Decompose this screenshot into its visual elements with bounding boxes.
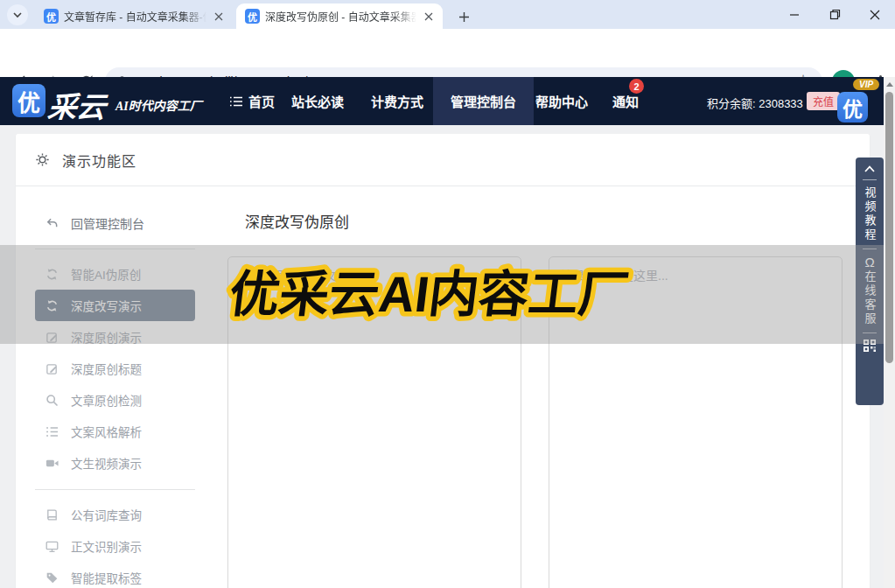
watermark-text: 优采云AI内容工厂: [227, 266, 633, 322]
video-camera-icon: [45, 457, 59, 470]
book-icon: [45, 508, 59, 522]
notification-count-badge: 2: [629, 79, 644, 94]
window-minimize-button[interactable]: [774, 0, 815, 29]
monitor-icon: [45, 540, 59, 553]
video-tutorial-button[interactable]: 视频教程: [862, 186, 878, 242]
nav-item-must-read[interactable]: 站长必读: [291, 77, 344, 125]
search-icon: [45, 394, 59, 407]
vip-badge: VIP: [853, 79, 879, 90]
tab-title: 文章暂存库 - 自动文章采集器-优采云: [64, 9, 206, 24]
page-scrollbar[interactable]: [884, 77, 895, 588]
nav-item-label: 通知: [612, 92, 639, 110]
sidebar-item-text-to-video[interactable]: 文生视频演示: [16, 447, 213, 479]
scroll-top-button[interactable]: [864, 164, 876, 173]
recharge-button[interactable]: 充值: [807, 92, 840, 110]
nav-item-label: 帮助中心: [535, 92, 588, 110]
nav-item-label: 管理控制台: [451, 92, 516, 110]
nav-item-help[interactable]: 帮助中心: [535, 77, 588, 125]
divider: [863, 179, 877, 180]
section-title: 演示功能区: [62, 150, 136, 171]
logo-badge[interactable]: 优: [12, 84, 45, 117]
browser-titlebar: 优 文章暂存库 - 自动文章采集器-优采云 优 深度改写伪原创 - 自动文章采集…: [0, 0, 895, 29]
reply-arrow-icon: [45, 217, 59, 230]
minimize-icon: [789, 10, 800, 20]
restore-icon: [829, 9, 841, 20]
gear-icon: [35, 152, 50, 167]
sidebar-item-label: 文章原创检测: [71, 391, 142, 409]
logo-text: 采云: [45, 84, 108, 126]
window-restore-button[interactable]: [815, 0, 855, 29]
user-avatar[interactable]: 优: [837, 92, 868, 122]
site-navbar: 优 采云 AI时代内容工厂 首页 站长必读 计费方式 管理控制台 帮助中心 通知…: [0, 77, 895, 125]
browser-toolbar: ☆ 井: [0, 29, 895, 77]
nav-item-pricing[interactable]: 计费方式: [371, 77, 423, 125]
plus-icon: [458, 11, 470, 23]
close-icon: [870, 10, 880, 20]
tab-article-store[interactable]: 优 文章暂存库 - 自动文章采集器-优采云: [35, 4, 233, 29]
sidebar-item-label: 文生视频演示: [71, 454, 142, 472]
tag-icon: [45, 571, 59, 584]
panel-header: 演示功能区: [16, 134, 870, 186]
sidebar-item-label: 深度原创标题: [71, 360, 142, 377]
sidebar-item-label: 回管理控制台: [71, 214, 144, 232]
nav-item-label: 站长必读: [291, 92, 344, 110]
chevron-down-icon: [12, 10, 23, 20]
scrollbar-thumb[interactable]: [885, 92, 893, 363]
window-close-button[interactable]: [855, 0, 895, 29]
watermark: 优采云AI内容工厂: [220, 256, 675, 336]
site-favicon: 优: [44, 9, 59, 24]
new-tab-button[interactable]: [453, 6, 474, 27]
tab-close-icon[interactable]: [212, 10, 226, 24]
tab-close-icon[interactable]: [422, 10, 436, 24]
list-icon: [229, 95, 243, 108]
sidebar-item-label: 文案风格解析: [71, 423, 142, 440]
nav-item-console[interactable]: 管理控制台: [433, 77, 534, 125]
ordered-list-icon: [45, 425, 59, 438]
sidebar-item-label: 正文识别演示: [71, 537, 142, 555]
sidebar-item-label: 智能提取标签: [71, 569, 142, 586]
sidebar-divider: [35, 489, 195, 490]
nav-item-label: 计费方式: [371, 92, 423, 110]
nav-item-home[interactable]: 首页: [229, 77, 275, 125]
tab-search-button[interactable]: [7, 4, 28, 25]
scrollbar-up-arrow[interactable]: [884, 79, 895, 89]
logo-tagline: AI时代内容工厂: [115, 96, 202, 114]
nav-item-label: 首页: [248, 92, 275, 110]
page-title: 深度改写伪原创: [245, 210, 349, 232]
sidebar-item-label: 公有词库查询: [71, 506, 142, 523]
chevron-up-icon: [864, 164, 876, 173]
sidebar-item-originality-check[interactable]: 文章原创检测: [16, 384, 213, 416]
sidebar-item-style-analysis[interactable]: 文案风格解析: [16, 416, 213, 447]
browser-window: 优 文章暂存库 - 自动文章采集器-优采云 优 深度改写伪原创 - 自动文章采集…: [0, 0, 895, 588]
sidebar-item-original-title[interactable]: 深度原创标题: [16, 353, 213, 384]
sidebar-back-to-console[interactable]: 回管理控制台: [16, 208, 213, 238]
sidebar-item-body-recognition[interactable]: 正文识别演示: [16, 530, 213, 562]
tab-deep-rewrite[interactable]: 优 深度改写伪原创 - 自动文章采集器: [236, 4, 443, 29]
sidebar-item-smart-tags[interactable]: 智能提取标签: [16, 562, 213, 588]
main-panel: 演示功能区 回管理控制台 智能AI伪原创 深度改写演示 深度: [16, 134, 870, 588]
edit-icon: [45, 362, 59, 375]
tab-title: 深度改写伪原创 - 自动文章采集器: [265, 9, 416, 24]
points-balance: 积分余额: 2308333: [707, 94, 803, 111]
site-favicon: 优: [245, 9, 260, 24]
sidebar-item-public-lexicon[interactable]: 公有词库查询: [16, 499, 213, 530]
